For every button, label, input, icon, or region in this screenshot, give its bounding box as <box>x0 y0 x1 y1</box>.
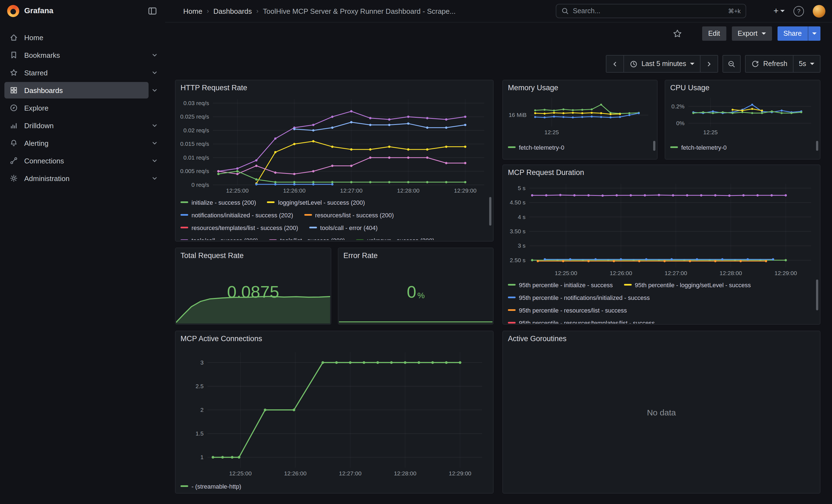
edit-button[interactable]: Edit <box>702 26 726 41</box>
svg-text:12:29:00: 12:29:00 <box>775 270 797 276</box>
refresh-icon <box>751 60 759 68</box>
legend-swatch <box>624 284 631 286</box>
panel-title[interactable]: MCP Active Connections <box>181 335 262 343</box>
svg-text:12:28:00: 12:28:00 <box>397 187 420 194</box>
chevron-down-icon[interactable] <box>149 51 161 59</box>
sidebar-item-administration: Administration <box>0 169 165 187</box>
chevron-down-icon[interactable] <box>149 157 161 164</box>
brand-title: Grafana <box>24 6 53 15</box>
legend-item[interactable]: resources/list - success (200) <box>304 212 394 218</box>
refresh-interval-picker[interactable]: 5s <box>793 56 820 72</box>
svg-text:12:25:00: 12:25:00 <box>555 270 577 276</box>
home-icon <box>9 33 18 42</box>
panel-title[interactable]: MCP Request Duration <box>508 168 584 177</box>
sidebar-item-label: Starred <box>24 69 48 77</box>
chevron-down-icon[interactable] <box>149 139 161 147</box>
time-shift-back-button[interactable] <box>606 56 623 72</box>
legend-swatch <box>181 227 188 228</box>
grafana-logo-icon[interactable] <box>7 5 19 17</box>
legend-swatch <box>508 284 516 286</box>
panel-title[interactable]: Error Rate <box>343 251 378 260</box>
sidebar-item-alerting: Alerting <box>0 134 165 152</box>
favorite-star-button[interactable] <box>672 29 682 38</box>
panel-title[interactable]: CPU Usage <box>670 84 709 92</box>
export-button[interactable]: Export <box>732 26 772 41</box>
legend-item[interactable]: fetch-telemetry-0 <box>508 144 564 151</box>
legend-swatch <box>309 227 317 228</box>
svg-text:2.5: 2.5 <box>196 383 204 389</box>
breadcrumb-dashboards[interactable]: Dashboards <box>213 7 252 15</box>
breadcrumb-home[interactable]: Home <box>183 7 202 15</box>
chevron-down-icon[interactable] <box>149 86 161 94</box>
sidebar-toggle-icon[interactable] <box>148 6 157 16</box>
legend-item[interactable]: 95th percentile - resources/templates/li… <box>508 319 655 323</box>
panel-title[interactable]: Active Goroutines <box>508 335 567 343</box>
legend-item[interactable]: resources/templates/list - success (200) <box>181 224 298 231</box>
svg-text:12:25: 12:25 <box>545 129 559 135</box>
connections-legend: - (streamable-http) <box>181 480 487 492</box>
add-button[interactable]: + <box>773 6 785 16</box>
share-button[interactable]: Share <box>777 26 808 41</box>
legend-item[interactable]: tools/call - error (404) <box>309 224 378 231</box>
sidebar-item-label: Drilldown <box>24 121 54 130</box>
svg-text:3: 3 <box>200 359 204 366</box>
panel-total-request-rate: Total Request Rate 0.0875 <box>175 247 331 325</box>
panel-mcp-request-duration: MCP Request Duration 2.50 s3 s3.50 s4 s4… <box>502 164 821 325</box>
legend-swatch <box>181 239 188 240</box>
panel-title[interactable]: Memory Usage <box>508 84 558 92</box>
panel-memory-usage: Memory Usage 16 MiB12:25 fetch-telemetry… <box>502 80 657 160</box>
sidebar-item-label: Administration <box>24 174 70 182</box>
chevron-down-icon[interactable] <box>149 122 161 129</box>
legend-item[interactable]: fetch-telemetry-0 <box>670 144 727 151</box>
connections-icon <box>9 156 18 165</box>
legend-item[interactable]: 95th percentile - resources/list - succe… <box>508 307 627 313</box>
svg-text:12:27:00: 12:27:00 <box>339 470 362 477</box>
legend-scrollbar[interactable] <box>816 280 818 310</box>
legend-scrollbar[interactable] <box>489 197 491 226</box>
memory-usage-chart[interactable]: 16 MiB12:25 <box>505 95 654 136</box>
legend-item[interactable]: logging/setLevel - success (200) <box>267 199 365 206</box>
mcp-request-duration-chart[interactable]: 2.50 s3 s3.50 s4 s4.50 s5 s12:25:0012:26… <box>505 181 816 277</box>
cpu-usage-chart[interactable]: 0.2%0%12:25 <box>668 95 816 136</box>
svg-text:12:26:00: 12:26:00 <box>284 470 307 477</box>
panel-title[interactable]: HTTP Request Rate <box>181 84 248 92</box>
zoom-out-button[interactable] <box>723 56 740 72</box>
refresh-button[interactable]: Refresh <box>746 56 793 72</box>
svg-text:12:25: 12:25 <box>703 129 718 135</box>
time-shift-forward-button[interactable] <box>700 56 718 72</box>
time-range-picker[interactable]: Last 5 minutes <box>623 56 700 72</box>
chevron-down-icon[interactable] <box>149 69 161 77</box>
svg-text:12:25:00: 12:25:00 <box>229 470 252 477</box>
share-dropdown-button[interactable] <box>808 26 821 41</box>
sidebar-item-drilldown: Drilldown <box>0 117 165 134</box>
user-avatar[interactable] <box>813 5 825 17</box>
legend-scrollbar[interactable] <box>653 141 655 151</box>
time-range-group: Last 5 minutes <box>605 55 718 73</box>
legend-item[interactable]: unknown - success (200) <box>356 237 435 240</box>
legend-item[interactable]: 95th percentile - initialize - success <box>508 282 613 288</box>
legend-scrollbar[interactable] <box>816 141 818 151</box>
compass-icon <box>9 103 18 112</box>
legend-item[interactable]: 95th percentile - logging/setLevel - suc… <box>624 282 751 288</box>
search-input[interactable]: Search... ⌘+k <box>556 4 746 18</box>
http-request-rate-chart[interactable]: 0 req/s0.005 req/s0.01 req/s0.015 req/s0… <box>178 96 490 195</box>
help-button[interactable]: ? <box>794 6 804 16</box>
sidebar-item-explore: Explore <box>0 99 165 117</box>
bell-icon <box>9 139 18 148</box>
panel-title[interactable]: Total Request Rate <box>181 251 244 260</box>
cpu-legend: fetch-telemetry-0 <box>670 141 813 153</box>
legend-item[interactable]: notifications/initialized - success (202… <box>181 212 293 218</box>
legend-item[interactable]: tools/list - success (200) <box>269 237 345 240</box>
svg-text:5 s: 5 s <box>518 185 525 191</box>
legend-item[interactable]: - (streamable-http) <box>181 483 241 489</box>
chevron-down-icon[interactable] <box>149 175 161 182</box>
legend-item[interactable]: initialize - success (200) <box>181 199 256 206</box>
svg-text:4.50 s: 4.50 s <box>510 199 525 206</box>
legend-item[interactable]: tools/call - success (200) <box>181 237 258 240</box>
breadcrumb-current: ToolHive MCP Server & Proxy Runner Dashb… <box>263 7 456 15</box>
mcp-active-connections-chart[interactable]: 11.522.5312:25:0012:26:0012:27:0012:28:0… <box>192 349 488 478</box>
chevron-down-icon <box>780 10 785 12</box>
svg-text:0%: 0% <box>676 120 684 126</box>
legend-item[interactable]: 95th percentile - notifications/initiali… <box>508 294 650 301</box>
svg-text:3.50 s: 3.50 s <box>510 228 525 234</box>
